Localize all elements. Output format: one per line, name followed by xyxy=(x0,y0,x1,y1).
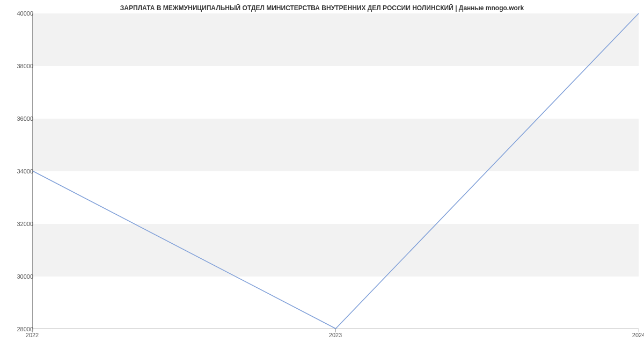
x-tick-label: 2022 xyxy=(26,332,39,338)
y-tick-label: 32000 xyxy=(17,221,33,227)
y-tick-label: 34000 xyxy=(17,168,33,174)
x-tick-label: 2023 xyxy=(329,332,342,338)
chart-title: ЗАРПЛАТА В МЕЖМУНИЦИПАЛЬНЫЙ ОТДЕЛ МИНИСТ… xyxy=(120,4,524,12)
plot-area xyxy=(32,13,639,329)
y-tick-label: 38000 xyxy=(17,63,33,69)
y-tick-label: 36000 xyxy=(17,115,33,122)
line-chart-svg xyxy=(33,13,639,329)
y-tick-label: 40000 xyxy=(17,10,33,17)
y-tick-label: 30000 xyxy=(17,273,33,280)
x-tick-label: 2024 xyxy=(632,332,644,338)
data-line xyxy=(33,13,639,329)
plot-inner xyxy=(32,13,639,329)
